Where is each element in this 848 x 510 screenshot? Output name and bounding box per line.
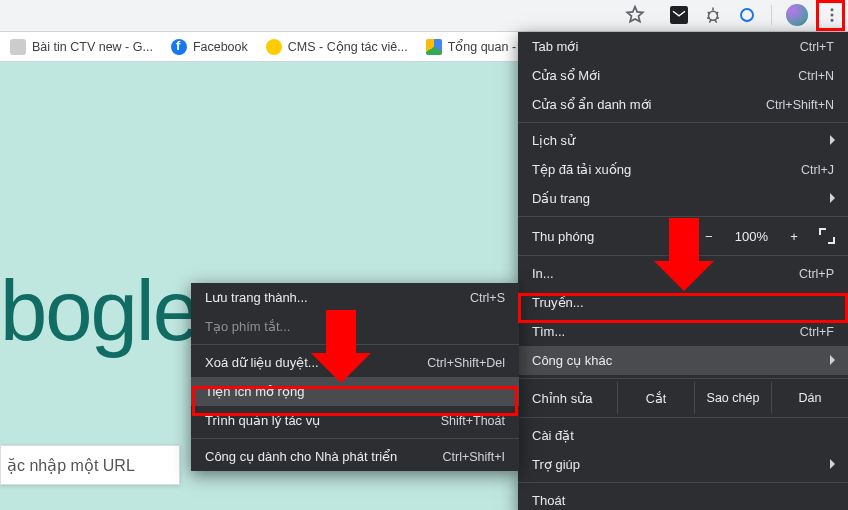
- menu-item-label: Cửa sổ ẩn danh mới: [532, 97, 766, 112]
- menu-item-label: Lưu trang thành...: [205, 290, 470, 305]
- svg-point-2: [741, 9, 753, 21]
- main-menu-item[interactable]: Tệp đã tải xuốngCtrl+J: [518, 155, 848, 184]
- main-menu-item[interactable]: In...Ctrl+P: [518, 259, 848, 288]
- menu-item-label: Công cụ khác: [532, 353, 834, 368]
- submenu-arrow-icon: [830, 355, 840, 365]
- main-menu-item[interactable]: Dấu trang: [518, 184, 848, 213]
- main-menu-item[interactable]: Cửa sổ MớiCtrl+N: [518, 61, 848, 90]
- main-menu-item[interactable]: Cài đặt: [518, 421, 848, 450]
- menu-item-shortcut: Ctrl+Shift+Del: [427, 356, 505, 370]
- favicon-generic-icon: [10, 39, 26, 55]
- star-icon[interactable]: [625, 5, 645, 25]
- chrome-menu-button[interactable]: [822, 5, 842, 25]
- menu-separator: [191, 344, 519, 345]
- zoom-in-button[interactable]: +: [786, 229, 802, 244]
- edit-action[interactable]: Cắt: [618, 382, 695, 414]
- submenu-arrow-icon: [830, 193, 840, 203]
- edit-action[interactable]: Dán: [772, 382, 848, 414]
- sub-menu-item: Tạo phím tắt...: [191, 312, 519, 341]
- menu-item-shortcut: Ctrl+F: [800, 325, 834, 339]
- menu-separator: [518, 216, 848, 217]
- menu-item-label: Tìm...: [532, 324, 800, 339]
- main-menu-item[interactable]: Trợ giúp: [518, 450, 848, 479]
- submenu-arrow-icon: [830, 135, 840, 145]
- search-placeholder: ặc nhập một URL: [7, 456, 135, 475]
- menu-item-shortcut: Ctrl+Shift+I: [442, 450, 505, 464]
- google-logo-fragment: bogle: [0, 262, 198, 360]
- main-menu-item[interactable]: Truyền...: [518, 288, 848, 317]
- zoom-value: 100%: [735, 229, 768, 244]
- submenu-arrow-icon: [830, 459, 840, 469]
- favicon-ads-icon: [426, 39, 442, 55]
- sub-menu-item[interactable]: Trình quản lý tác vụShift+Thoát: [191, 406, 519, 435]
- profile-avatar[interactable]: [786, 4, 808, 26]
- menu-item-label: Lịch sử: [532, 133, 834, 148]
- chrome-main-menu: Tab mớiCtrl+TCửa sổ MớiCtrl+NCửa sổ ẩn d…: [518, 32, 848, 510]
- menu-item-label: Truyền...: [532, 295, 834, 310]
- menu-edit-row: Chỉnh sửaCắtSao chépDán: [518, 382, 848, 414]
- menu-item-shortcut: Ctrl+J: [801, 163, 834, 177]
- menu-item-shortcut: Ctrl+S: [470, 291, 505, 305]
- bookmark-item[interactable]: Bài tin CTV new - G...: [4, 35, 159, 59]
- menu-item-shortcut: Ctrl+P: [799, 267, 834, 281]
- menu-item-label: Cài đặt: [532, 428, 834, 443]
- menu-item-label: In...: [532, 266, 799, 281]
- bookmark-item[interactable]: Facebook: [165, 35, 254, 59]
- zoom-out-button[interactable]: −: [701, 229, 717, 244]
- main-menu-item[interactable]: Công cụ khác: [518, 346, 848, 375]
- menu-item-label: Chỉnh sửa: [518, 382, 618, 414]
- svg-point-3: [831, 8, 834, 11]
- menu-separator: [191, 438, 519, 439]
- main-menu-item[interactable]: Cửa sổ ẩn danh mớiCtrl+Shift+N: [518, 90, 848, 119]
- menu-separator: [518, 122, 848, 123]
- menu-item-label: Tab mới: [532, 39, 800, 54]
- menu-item-label: Trợ giúp: [532, 457, 834, 472]
- svg-point-5: [831, 19, 834, 22]
- menu-item-shortcut: Shift+Thoát: [441, 414, 505, 428]
- menu-item-label: Công cụ dành cho Nhà phát triển: [205, 449, 442, 464]
- menu-item-shortcut: Ctrl+N: [798, 69, 834, 83]
- menu-separator: [518, 482, 848, 483]
- sub-menu-item[interactable]: Xoá dữ liệu duyệt...Ctrl+Shift+Del: [191, 348, 519, 377]
- main-menu-item[interactable]: Thoát: [518, 486, 848, 510]
- sub-menu-item[interactable]: Tiện ích mở rộng: [191, 377, 519, 406]
- bookmark-label: Facebook: [193, 40, 248, 54]
- main-menu-item[interactable]: Tab mớiCtrl+T: [518, 32, 848, 61]
- menu-item-shortcut: Ctrl+Shift+N: [766, 98, 834, 112]
- menu-separator: [518, 255, 848, 256]
- edit-action[interactable]: Sao chép: [695, 382, 772, 414]
- extension-circle-icon[interactable]: [737, 5, 757, 25]
- menu-item-label: Tạo phím tắt...: [205, 319, 505, 334]
- menu-zoom-row: Thu phóng−100%+: [518, 220, 848, 252]
- menu-item-label: Dấu trang: [532, 191, 834, 206]
- main-menu-item[interactable]: Tìm...Ctrl+F: [518, 317, 848, 346]
- menu-item-label: Tệp đã tải xuống: [532, 162, 801, 177]
- menu-item-label: Thu phóng: [532, 229, 642, 244]
- menu-item-label: Thoát: [532, 493, 834, 508]
- browser-toolbar: [0, 0, 848, 32]
- menu-item-label: Cửa sổ Mới: [532, 68, 798, 83]
- bookmark-label: Bài tin CTV new - G...: [32, 40, 153, 54]
- bookmark-label: CMS - Cộng tác viê...: [288, 39, 408, 54]
- favicon-cms-icon: [266, 39, 282, 55]
- menu-item-label: Xoá dữ liệu duyệt...: [205, 355, 427, 370]
- separator: [771, 5, 772, 25]
- sub-menu-item[interactable]: Công cụ dành cho Nhà phát triểnCtrl+Shif…: [191, 442, 519, 471]
- more-tools-submenu: Lưu trang thành...Ctrl+STạo phím tắt...X…: [191, 283, 519, 471]
- extension-bug-icon[interactable]: [703, 5, 723, 25]
- sub-menu-item[interactable]: Lưu trang thành...Ctrl+S: [191, 283, 519, 312]
- menu-item-label: Trình quản lý tác vụ: [205, 413, 441, 428]
- menu-separator: [518, 378, 848, 379]
- main-menu-item[interactable]: Lịch sử: [518, 126, 848, 155]
- search-input[interactable]: ặc nhập một URL: [0, 445, 180, 485]
- fullscreen-icon[interactable]: [820, 229, 834, 243]
- menu-separator: [518, 417, 848, 418]
- menu-item-label: Tiện ích mở rộng: [205, 384, 505, 399]
- bookmark-item[interactable]: CMS - Cộng tác viê...: [260, 35, 414, 59]
- svg-point-1: [709, 11, 718, 20]
- menu-item-shortcut: Ctrl+T: [800, 40, 834, 54]
- extension-gmail-icon[interactable]: [669, 5, 689, 25]
- favicon-facebook-icon: [171, 39, 187, 55]
- svg-point-4: [831, 14, 834, 17]
